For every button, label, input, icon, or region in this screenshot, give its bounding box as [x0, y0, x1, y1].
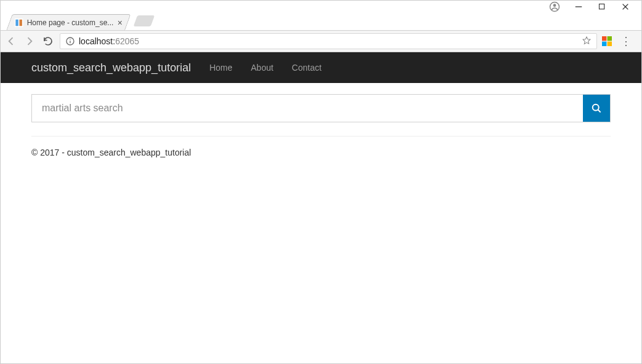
user-account-icon[interactable]: [549, 1, 560, 12]
svg-rect-3: [600, 4, 604, 9]
nav-link-contact[interactable]: Contact: [292, 63, 321, 73]
divider: [31, 136, 611, 136]
svg-point-11: [70, 39, 70, 39]
page-content: custom_search_webapp_tutorial Home About…: [1, 52, 641, 164]
tab-title: Home page - custom_se...: [27, 18, 114, 27]
window-titlebar: [1, 1, 641, 13]
svg-point-1: [553, 4, 556, 7]
browser-menu-icon[interactable]: ⋮: [617, 36, 635, 47]
reload-icon[interactable]: [41, 34, 55, 48]
minimize-icon[interactable]: [574, 2, 584, 12]
nav-link-about[interactable]: About: [251, 63, 274, 73]
search-icon: [590, 102, 603, 114]
svg-rect-12: [602, 36, 606, 41]
browser-tab[interactable]: Home page - custom_se... ×: [6, 14, 130, 30]
nav-link-home[interactable]: Home: [209, 63, 232, 73]
windows-logo-icon[interactable]: [602, 36, 612, 46]
url-port: 62065: [115, 36, 139, 46]
forward-icon[interactable]: [23, 34, 36, 48]
svg-rect-8: [20, 19, 22, 26]
address-bar[interactable]: localhost:62065: [60, 33, 597, 49]
search-input[interactable]: [32, 95, 583, 122]
url-host: localhost:: [79, 36, 115, 46]
svg-rect-7: [16, 19, 18, 26]
site-brand[interactable]: custom_search_webapp_tutorial: [31, 61, 191, 74]
browser-tabstrip: Home page - custom_se... ×: [1, 13, 641, 30]
svg-point-16: [593, 105, 599, 111]
tab-close-icon[interactable]: ×: [118, 18, 122, 27]
browser-toolbar: localhost:62065 ⋮: [1, 30, 641, 52]
svg-rect-13: [608, 36, 612, 41]
svg-rect-15: [608, 42, 612, 46]
maximize-icon[interactable]: [597, 2, 607, 12]
search-button[interactable]: [583, 95, 610, 122]
favicon-icon: [15, 18, 23, 27]
svg-rect-14: [602, 42, 606, 46]
svg-line-17: [598, 110, 601, 113]
bookmark-star-icon[interactable]: [582, 36, 592, 47]
site-info-icon[interactable]: [65, 36, 75, 46]
back-icon[interactable]: [4, 34, 18, 48]
new-tab-button[interactable]: [134, 15, 155, 26]
site-navbar: custom_search_webapp_tutorial Home About…: [1, 52, 641, 83]
close-icon[interactable]: [620, 2, 630, 12]
nav-links: Home About Contact: [209, 63, 321, 73]
footer-text: © 2017 - custom_search_webapp_tutorial: [31, 148, 611, 157]
search-container: [31, 94, 611, 122]
